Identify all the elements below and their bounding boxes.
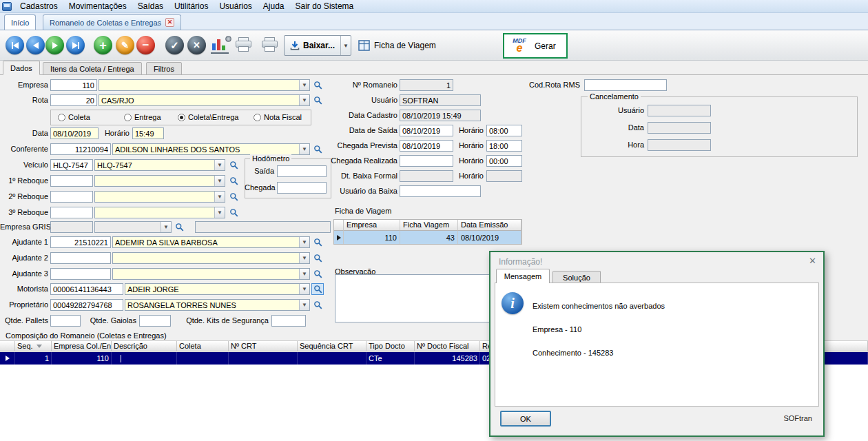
dialog-tab-mensagem[interactable]: Mensagem (496, 269, 550, 283)
chevron-down-icon[interactable]: ▼ (299, 253, 309, 263)
chegada-realizada-field[interactable] (400, 155, 453, 167)
rota-search-button[interactable] (311, 94, 324, 106)
conferente-combo[interactable]: ADILSON LINHARES DOS SANTOS▼ (112, 143, 310, 155)
chevron-down-icon[interactable]: ▼ (214, 160, 225, 170)
hodometro-chegada-field[interactable] (277, 182, 327, 194)
grid-col-tipo-docto[interactable]: Tipo Docto (366, 341, 415, 351)
conferente-search-button[interactable] (311, 143, 324, 155)
motorista-code-field[interactable]: 00006141136443 (50, 283, 123, 295)
reboque1-search-button[interactable] (227, 175, 240, 187)
motorista-search-button[interactable] (311, 283, 324, 295)
reboque2-search-button[interactable] (227, 191, 240, 203)
empresa-search-button[interactable] (311, 79, 324, 91)
conferente-code-field[interactable]: 11210094 (50, 143, 111, 155)
grid-col-descricao[interactable]: Descrição (112, 341, 177, 351)
radio-entrega[interactable]: Entrega (124, 113, 161, 121)
ajudante1-search-button[interactable] (311, 236, 324, 248)
filter-icon[interactable] (37, 345, 42, 348)
proprietario-code-field[interactable]: 00049282794768 (50, 299, 123, 311)
qtde-pallets-field[interactable] (50, 315, 81, 327)
menu-movimentacoes[interactable]: Movimentações (63, 0, 132, 12)
rota-combo[interactable]: CAS/RJO▼ (99, 94, 310, 106)
chevron-down-icon[interactable]: ▼ (161, 222, 171, 232)
chevron-down-icon[interactable]: ▼ (340, 36, 351, 55)
reboque2-combo[interactable]: ▼ (94, 191, 225, 203)
next-record-button[interactable] (45, 36, 64, 54)
grid-col-docto-fiscal[interactable]: Nº Docto Fiscal (415, 341, 480, 351)
last-record-button[interactable] (66, 36, 85, 54)
chevron-down-icon[interactable]: ▼ (299, 80, 309, 90)
radio-coleta-entrega[interactable]: Coleta\Entrega (178, 113, 238, 121)
ajudante1-combo[interactable]: ADEMIR DA SILVA BARBOSA▼ (112, 236, 310, 248)
ajudante2-combo[interactable]: ▼ (112, 252, 310, 264)
grid-col-coleta[interactable]: Coleta (177, 341, 229, 351)
empresa-code-field[interactable]: 110 (50, 79, 97, 91)
ajudante2-code-field[interactable] (50, 252, 111, 264)
empresa-gris-search-button[interactable] (173, 221, 185, 233)
ficha-viagem-row[interactable]: 110 43 08/10/2019 (334, 231, 521, 244)
baixar-split-button[interactable]: Baixar... ▼ (284, 35, 351, 56)
empresa-gris-code-field[interactable] (50, 221, 93, 233)
ajudante2-search-button[interactable] (311, 252, 324, 264)
edit-button[interactable]: ✎ (116, 36, 134, 54)
menu-sair[interactable]: Sair do Sistema (290, 0, 360, 12)
chevron-down-icon[interactable]: ▼ (299, 237, 309, 247)
delete-button[interactable]: − (136, 36, 155, 54)
prevista-horario-field[interactable]: 18:00 (486, 140, 522, 152)
confirm-button[interactable]: ✓ (165, 36, 184, 54)
chevron-down-icon[interactable]: ▼ (299, 269, 309, 279)
grid-col-empresa[interactable]: Empresa Col./Ent. (52, 341, 112, 351)
tab-inicio[interactable]: Início (4, 14, 36, 30)
veiculo-combo[interactable]: HLQ-7547▼ (94, 159, 225, 171)
empresa-gris-name-field[interactable] (195, 221, 331, 233)
menu-cadastros[interactable]: Cadastros (14, 0, 63, 12)
saida-horario-field[interactable]: 08:00 (486, 125, 522, 136)
grid-col-crt[interactable]: Nº CRT (229, 341, 298, 351)
close-icon[interactable]: ✕ (809, 256, 816, 266)
reboque2-code-field[interactable] (50, 191, 93, 203)
data-field[interactable]: 08/10/2019 (50, 127, 99, 139)
rota-code-field[interactable]: 20 (50, 94, 97, 106)
chevron-down-icon[interactable]: ▼ (299, 144, 309, 154)
empresa-gris-combo[interactable]: ▼ (94, 221, 172, 233)
close-tab-icon[interactable]: ✕ (165, 18, 174, 27)
menu-saidas[interactable]: Saídas (132, 0, 169, 12)
cancel-button[interactable]: ✕ (187, 36, 206, 54)
ajudante3-code-field[interactable] (50, 268, 111, 280)
chevron-down-icon[interactable]: ▼ (299, 300, 309, 310)
cod-rota-rms-field[interactable] (584, 79, 667, 91)
ficha-col-emissao[interactable]: Data Emissão (458, 220, 521, 231)
add-button[interactable]: + (94, 36, 112, 54)
menu-ajuda[interactable]: Ajuda (258, 0, 290, 12)
reboque3-search-button[interactable] (227, 207, 240, 218)
ajudante1-code-field[interactable]: 21510221 (50, 236, 111, 248)
gerar-mdfe-button[interactable]: MDF e Gerar (503, 33, 568, 59)
radio-coleta[interactable]: Coleta (58, 113, 90, 121)
chevron-down-icon[interactable]: ▼ (299, 284, 309, 294)
chegada-prevista-field[interactable]: 08/10/2019 (400, 140, 453, 152)
veiculo-search-button[interactable] (227, 159, 240, 171)
chart-button[interactable] (211, 37, 229, 54)
proprietario-combo[interactable]: ROSANGELA TORRES NUNES▼ (125, 299, 310, 311)
qtde-kits-field[interactable] (271, 315, 306, 327)
print-preview-button[interactable] (262, 37, 278, 52)
veiculo-code-field[interactable]: HLQ-7547 (50, 159, 93, 171)
ficha-viagem-button[interactable]: Ficha de Viagem (354, 37, 440, 54)
horario-field[interactable]: 15:49 (132, 127, 164, 139)
chevron-down-icon[interactable]: ▼ (214, 176, 225, 186)
chevron-down-icon[interactable]: ▼ (214, 192, 225, 202)
ficha-col-ficha[interactable]: Ficha Viagem (400, 220, 458, 231)
motorista-combo[interactable]: ADEIR JORGE▼ (125, 283, 310, 295)
qtde-gaiolas-field[interactable] (139, 315, 171, 327)
dialog-tab-solucao[interactable]: Solução (552, 271, 601, 283)
first-record-button[interactable] (6, 36, 24, 54)
tab-romaneio[interactable]: Romaneio de Coletas e Entregas ✕ (43, 14, 181, 30)
print-button[interactable] (236, 37, 252, 52)
proprietario-search-button[interactable] (311, 299, 324, 311)
reboque1-code-field[interactable] (50, 175, 93, 187)
chevron-down-icon[interactable]: ▼ (299, 95, 309, 105)
realizada-horario-field[interactable]: 00:00 (486, 155, 522, 167)
menu-utilitarios[interactable]: Utilitários (169, 0, 214, 12)
ajudante3-combo[interactable]: ▼ (112, 268, 310, 280)
reboque1-combo[interactable]: ▼ (94, 175, 225, 187)
